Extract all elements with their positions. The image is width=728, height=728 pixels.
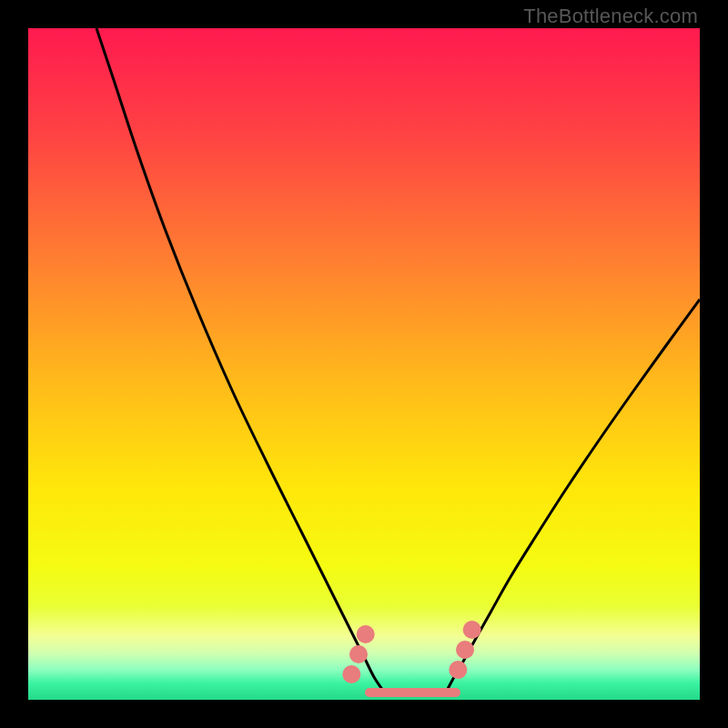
marker-left-dots xyxy=(342,665,360,683)
marker-right-dots xyxy=(463,621,481,639)
marker-left-dots xyxy=(357,625,375,643)
marker-left-dots xyxy=(349,645,368,663)
chart-canvas xyxy=(28,28,700,700)
marker-right-dots xyxy=(449,661,467,679)
marker-right-dots xyxy=(456,641,474,659)
plot-area xyxy=(28,28,700,700)
watermark-text: TheBottleneck.com xyxy=(523,5,698,28)
frame: TheBottleneck.com xyxy=(0,0,728,728)
